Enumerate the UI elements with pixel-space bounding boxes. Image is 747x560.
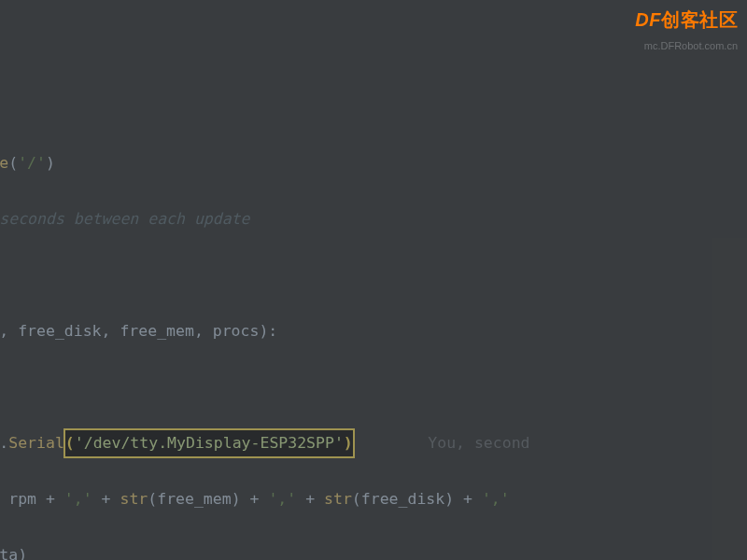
code-editor[interactable]: l.disk_usage('/') number of seconds betw…	[0, 121, 530, 560]
watermark-line1: DF创客社区	[635, 6, 738, 34]
code-line: o, rpm, gpu, free_disk, free_mem, procs)…	[0, 317, 530, 345]
watermark-url: mc.DFRobot.com.cn	[635, 32, 738, 60]
watermark-df: DF	[635, 9, 661, 30]
code-line: number of seconds between each update	[0, 205, 530, 233]
highlight-selection: ('/dev/tty.MyDisplay-ESP32SPP')	[64, 429, 354, 457]
code-line: emp + ',' + rpm + ',' + str(free_mem) + …	[0, 485, 530, 513]
watermark: DF创客社区 mc.DFRobot.com.cn	[635, 6, 738, 60]
watermark-cn: 创客社区	[661, 9, 738, 30]
code-line: l.disk_usage('/')	[0, 149, 530, 177]
code-line: on = serial.Serial('/dev/tty.MyDisplay-E…	[0, 429, 530, 457]
code-line: on.write(data)	[0, 541, 530, 560]
